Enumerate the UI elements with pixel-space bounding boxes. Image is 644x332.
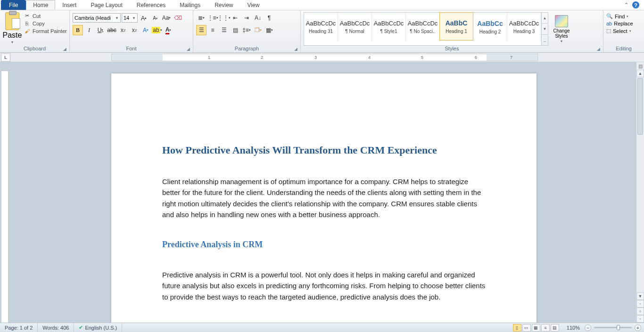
- change-styles-icon: [555, 15, 568, 27]
- font-group-label: Font: [126, 46, 136, 51]
- minimize-ribbon-icon[interactable]: ⌃: [624, 2, 628, 8]
- font-size-combo[interactable]: 14▼: [122, 13, 138, 23]
- decrease-indent-button[interactable]: ⇤: [230, 13, 240, 23]
- change-styles-button[interactable]: Change Styles ▼: [551, 12, 572, 46]
- zoom-out-button[interactable]: −: [585, 324, 591, 331]
- numbering-button[interactable]: ⋮≡▾: [207, 13, 218, 23]
- tab-file[interactable]: File: [1, 0, 26, 10]
- paste-button[interactable]: Paste ▼: [3, 11, 22, 44]
- align-center-button[interactable]: ≡: [207, 25, 218, 35]
- cut-button[interactable]: ✂Cut: [24, 13, 67, 19]
- font-color-button[interactable]: A▾: [163, 25, 173, 35]
- clear-formatting-button[interactable]: ⌫: [173, 13, 183, 23]
- bold-button[interactable]: B: [73, 25, 83, 35]
- scroll-track[interactable]: [636, 136, 644, 292]
- line-spacing-button[interactable]: ‡≡▾: [241, 25, 252, 35]
- replace-button[interactable]: abReplace: [606, 21, 633, 26]
- style-heading2[interactable]: AaBbCcHeading 2: [473, 13, 507, 41]
- cut-icon: ✂: [24, 13, 31, 19]
- style-heading3[interactable]: AaBbCcDcHeading 3: [507, 13, 541, 41]
- justify-button[interactable]: ▤: [230, 25, 240, 35]
- status-page[interactable]: Page: 1 of 2: [0, 323, 38, 332]
- tab-page-layout[interactable]: Page Layout: [83, 0, 129, 10]
- gallery-down-icon[interactable]: ▼: [542, 24, 548, 34]
- superscript-button[interactable]: x2: [129, 25, 140, 35]
- help-icon[interactable]: ?: [632, 1, 639, 8]
- text-effects-button[interactable]: A▾: [140, 25, 151, 35]
- style-normal[interactable]: AaBbCcDc¶ Normal: [338, 13, 372, 41]
- doc-paragraph[interactable]: Client relationship management is of opt…: [162, 176, 486, 220]
- spellcheck-icon: ✔: [79, 324, 83, 331]
- zoom-slider[interactable]: [594, 327, 632, 328]
- style-heading31[interactable]: AaBbCcDcHeading 31: [304, 13, 338, 41]
- styles-dialog-icon[interactable]: ◢: [597, 47, 600, 51]
- select-button[interactable]: ⬚Select▾: [606, 28, 633, 34]
- strikethrough-button[interactable]: abc: [107, 25, 117, 35]
- view-outline[interactable]: ≡: [541, 324, 550, 332]
- doc-heading2[interactable]: Predictive Analysis in CRM: [162, 240, 486, 250]
- tab-home[interactable]: Home: [26, 0, 55, 10]
- italic-button[interactable]: I: [84, 25, 94, 35]
- align-right-button[interactable]: ☰: [219, 25, 229, 35]
- next-page-icon[interactable]: ◦: [636, 315, 644, 323]
- view-web-layout[interactable]: ▦: [532, 324, 540, 332]
- paragraph-dialog-icon[interactable]: ◢: [294, 47, 297, 51]
- browse-object-icon[interactable]: ○: [636, 308, 644, 315]
- multilevel-list-button[interactable]: ⋮⋮▾: [219, 13, 229, 23]
- doc-paragraph[interactable]: Predictive analysis in CRM is a powerful…: [162, 269, 486, 302]
- highlight-button[interactable]: ab▾: [152, 25, 162, 35]
- align-left-button[interactable]: ☰: [196, 25, 206, 35]
- gallery-up-icon[interactable]: ▲: [542, 13, 548, 24]
- view-draft[interactable]: ▤: [551, 324, 559, 332]
- font-dialog-icon[interactable]: ◢: [187, 47, 190, 51]
- scroll-thumb[interactable]: [637, 78, 643, 135]
- shading-button[interactable]: ❒▾: [253, 25, 263, 35]
- paste-icon: [5, 12, 19, 30]
- status-language[interactable]: ✔English (U.S.): [74, 323, 122, 332]
- ruler-strip: L 1 2 3 4 5 6 7: [0, 53, 644, 62]
- tab-selector[interactable]: L: [1, 53, 10, 62]
- underline-button[interactable]: U▾: [95, 25, 106, 35]
- sort-button[interactable]: A↓: [253, 13, 263, 23]
- scroll-up-icon[interactable]: ▲: [636, 70, 644, 77]
- ruler-toggle-icon[interactable]: ▧: [636, 62, 644, 70]
- gallery-more-icon[interactable]: ⎯: [542, 35, 548, 45]
- tab-view[interactable]: View: [240, 0, 267, 10]
- style-heading1[interactable]: AaBbCHeading 1: [439, 12, 473, 40]
- scroll-down-icon[interactable]: ▼: [636, 292, 644, 300]
- vertical-ruler[interactable]: [1, 71, 8, 323]
- change-case-button[interactable]: Aa▾: [161, 13, 172, 23]
- tab-insert[interactable]: Insert: [55, 0, 83, 10]
- tab-mailings[interactable]: Mailings: [173, 0, 207, 10]
- copy-button[interactable]: ⎘Copy: [24, 20, 67, 26]
- font-name-combo[interactable]: Cambria (Headi▼: [73, 13, 121, 23]
- style-gallery: AaBbCcDcHeading 31 AaBbCcDc¶ Normal AaBb…: [304, 12, 542, 46]
- format-painter-button[interactable]: 🖌Format Painter: [24, 28, 67, 34]
- zoom-in-button[interactable]: +: [635, 324, 641, 331]
- increase-indent-button[interactable]: ⇥: [241, 13, 252, 23]
- zoom-knob[interactable]: [617, 325, 620, 330]
- borders-button[interactable]: ▦▾: [264, 25, 274, 35]
- show-marks-button[interactable]: ¶: [264, 13, 274, 23]
- subscript-button[interactable]: x2: [118, 25, 128, 35]
- style-no-spacing[interactable]: AaBbCcDc¶ No Spaci..: [406, 13, 440, 41]
- document-page[interactable]: How Predictive Analysis Will Transform t…: [111, 73, 537, 323]
- view-full-screen[interactable]: ▭: [522, 324, 531, 332]
- shrink-font-button[interactable]: A▾: [150, 13, 160, 23]
- grow-font-button[interactable]: A▴: [139, 13, 149, 23]
- status-words[interactable]: Words: 406: [38, 323, 74, 332]
- menu-bar: File Home Insert Page Layout References …: [0, 0, 644, 10]
- clipboard-dialog-icon[interactable]: ◢: [63, 47, 66, 51]
- find-button[interactable]: 🔍Find▾: [606, 13, 633, 19]
- doc-heading1[interactable]: How Predictive Analysis Will Transform t…: [162, 144, 486, 156]
- style-style1[interactable]: AaBbCcDc¶ Style1: [372, 13, 406, 41]
- horizontal-ruler[interactable]: 1 2 3 4 5 6 7: [111, 54, 538, 61]
- prev-page-icon[interactable]: ◦: [636, 300, 644, 308]
- editing-group-label: Editing: [616, 46, 632, 51]
- status-zoom[interactable]: 110%: [562, 323, 585, 332]
- tab-review[interactable]: Review: [207, 0, 240, 10]
- select-icon: ⬚: [606, 28, 611, 34]
- bullets-button[interactable]: ≣▾: [196, 13, 206, 23]
- view-print-layout[interactable]: ▯: [513, 324, 521, 332]
- tab-references[interactable]: References: [130, 0, 173, 10]
